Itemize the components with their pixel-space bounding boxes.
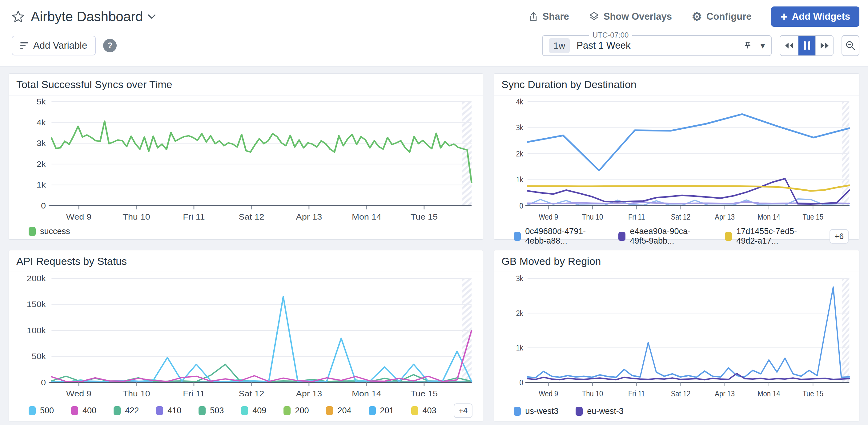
legend-item[interactable]: 17d1455c-7ed5-49d2-a17... bbox=[725, 227, 812, 246]
legend-swatch bbox=[156, 406, 163, 415]
legend-label: 204 bbox=[337, 406, 351, 416]
chart-canvas-api-requests[interactable]: 050k100k150k200kWed 9Thu 10Fri 11Sat 12A… bbox=[9, 272, 483, 403]
caret-down-icon[interactable]: ▾ bbox=[761, 41, 765, 51]
svg-text:2k: 2k bbox=[516, 150, 523, 158]
svg-text:Mon 14: Mon 14 bbox=[352, 390, 381, 398]
star-icon[interactable] bbox=[12, 10, 25, 23]
svg-text:Fri 11: Fri 11 bbox=[628, 213, 645, 221]
widget-gb-moved: GB Moved by Region 01k2k3kWed 9Thu 10Fri… bbox=[494, 250, 859, 421]
gear-icon: ⚙ bbox=[692, 11, 702, 23]
legend-more-button[interactable]: +4 bbox=[454, 403, 473, 418]
svg-text:50k: 50k bbox=[32, 352, 46, 361]
show-overlays-button[interactable]: Show Overlays bbox=[589, 11, 672, 22]
legend-swatch bbox=[514, 407, 521, 416]
legend-swatch bbox=[114, 406, 121, 415]
legend-label: 200 bbox=[295, 406, 309, 416]
zoom-out-button[interactable] bbox=[841, 35, 859, 56]
svg-text:0: 0 bbox=[41, 202, 46, 210]
svg-text:0: 0 bbox=[41, 378, 46, 387]
add-widgets-button[interactable]: + Add Widgets bbox=[771, 6, 859, 27]
legend-label: 410 bbox=[167, 406, 181, 416]
time-transport-group bbox=[780, 35, 834, 56]
legend-item[interactable]: 503 bbox=[198, 406, 224, 416]
help-button[interactable]: ? bbox=[103, 39, 117, 52]
legend-label: 500 bbox=[40, 406, 54, 416]
legend-item[interactable]: 201 bbox=[369, 406, 394, 416]
configure-button[interactable]: ⚙ Configure bbox=[692, 11, 751, 23]
svg-text:Thu 10: Thu 10 bbox=[123, 213, 150, 221]
legend-item[interactable]: us-west3 bbox=[514, 406, 558, 416]
header-row-1: Airbyte Dashboard Share bbox=[12, 3, 859, 30]
svg-text:Mon 14: Mon 14 bbox=[352, 213, 381, 221]
chart-canvas-gb-moved[interactable]: 01k2k3kWed 9Thu 10Fri 11Sat 12Apr 13Mon … bbox=[494, 272, 859, 403]
svg-text:Wed 9: Wed 9 bbox=[539, 390, 558, 398]
share-button[interactable]: Share bbox=[528, 11, 569, 22]
widget-api-requests: API Requests by Status 050k100k150k200kW… bbox=[9, 250, 483, 421]
legend-item[interactable]: e4aea90a-90ca-49f5-9abb... bbox=[618, 227, 708, 246]
svg-text:Sat 12: Sat 12 bbox=[671, 213, 691, 221]
time-range-chip[interactable]: 1w bbox=[549, 38, 570, 53]
legend-swatch bbox=[326, 406, 333, 415]
legend-item[interactable]: 400 bbox=[71, 406, 96, 416]
rewind-button[interactable] bbox=[780, 36, 798, 55]
legend-item[interactable]: success bbox=[29, 227, 70, 236]
pause-button[interactable] bbox=[798, 36, 815, 55]
page-title: Airbyte Dashboard bbox=[31, 9, 143, 24]
svg-text:4k: 4k bbox=[37, 118, 46, 127]
header: Airbyte Dashboard Share bbox=[0, 0, 868, 66]
svg-text:3k: 3k bbox=[37, 139, 46, 148]
pin-icon[interactable] bbox=[743, 41, 752, 51]
legend-item[interactable]: 0c49680d-4791-4ebb-a88... bbox=[514, 227, 601, 246]
legend-item[interactable]: 403 bbox=[411, 406, 436, 416]
time-controls: UTC-07:00 1w Past 1 Week ▾ bbox=[542, 35, 859, 56]
legend-swatch bbox=[369, 406, 376, 415]
legend-swatch bbox=[198, 406, 206, 415]
legend-label: success bbox=[40, 227, 70, 236]
legend-label: eu-west-3 bbox=[587, 406, 624, 416]
legend-swatch bbox=[29, 227, 36, 236]
widget-title: GB Moved by Region bbox=[494, 250, 859, 272]
legend-label: us-west3 bbox=[525, 406, 558, 416]
svg-text:Mon 14: Mon 14 bbox=[758, 390, 780, 398]
chevron-down-icon[interactable] bbox=[148, 14, 156, 19]
widget-title: API Requests by Status bbox=[9, 250, 483, 272]
add-variable-button[interactable]: Add Variable bbox=[12, 36, 96, 55]
svg-text:Sat 12: Sat 12 bbox=[671, 390, 691, 398]
pause-icon bbox=[804, 41, 810, 50]
svg-text:Apr 13: Apr 13 bbox=[296, 213, 322, 221]
chart-canvas-total-syncs[interactable]: 01k2k3k4k5kWed 9Thu 10Fri 11Sat 12Apr 13… bbox=[9, 95, 483, 227]
legend-item[interactable]: 409 bbox=[241, 406, 266, 416]
time-range-picker[interactable]: UTC-07:00 1w Past 1 Week ▾ bbox=[542, 35, 772, 56]
widget-sync-duration: Sync Duration by Destination 01k2k3k4kWe… bbox=[494, 73, 859, 240]
widget-title: Sync Duration by Destination bbox=[494, 73, 859, 95]
legend-more-button[interactable]: +6 bbox=[830, 229, 848, 244]
legend-label: 201 bbox=[380, 406, 394, 416]
chart-canvas-sync-duration[interactable]: 01k2k3k4kWed 9Thu 10Fri 11Sat 12Apr 13Mo… bbox=[494, 95, 859, 227]
svg-text:Sat 12: Sat 12 bbox=[239, 213, 264, 221]
legend-item[interactable]: 500 bbox=[29, 406, 54, 416]
svg-text:4k: 4k bbox=[516, 98, 523, 106]
legend-label: 409 bbox=[252, 406, 266, 416]
svg-text:0: 0 bbox=[520, 378, 523, 387]
svg-text:Fri 11: Fri 11 bbox=[183, 390, 205, 398]
legend-label: 503 bbox=[210, 406, 224, 416]
svg-text:Wed 9: Wed 9 bbox=[66, 390, 91, 398]
svg-text:2k: 2k bbox=[516, 309, 523, 317]
widget-title: Total Successful Syncs over Time bbox=[9, 73, 483, 95]
forward-button[interactable] bbox=[815, 36, 833, 55]
legend-item[interactable]: 410 bbox=[156, 406, 181, 416]
share-icon bbox=[528, 11, 538, 22]
svg-text:Thu 10: Thu 10 bbox=[123, 390, 150, 398]
svg-text:Fri 11: Fri 11 bbox=[183, 213, 205, 221]
legend-label: 17d1455c-7ed5-49d2-a17... bbox=[736, 227, 812, 246]
legend-swatch bbox=[29, 406, 36, 415]
svg-text:Fri 11: Fri 11 bbox=[628, 390, 645, 398]
legend-swatch bbox=[725, 232, 732, 241]
legend-item[interactable]: 204 bbox=[326, 406, 351, 416]
legend-item[interactable]: 200 bbox=[283, 406, 309, 416]
header-row-2: Add Variable ? UTC-07:00 1w Past 1 Week … bbox=[12, 31, 859, 60]
legend-item[interactable]: 422 bbox=[114, 406, 139, 416]
svg-text:Apr 13: Apr 13 bbox=[296, 390, 322, 398]
legend-item[interactable]: eu-west-3 bbox=[576, 406, 624, 416]
legend-label: 403 bbox=[423, 406, 436, 416]
